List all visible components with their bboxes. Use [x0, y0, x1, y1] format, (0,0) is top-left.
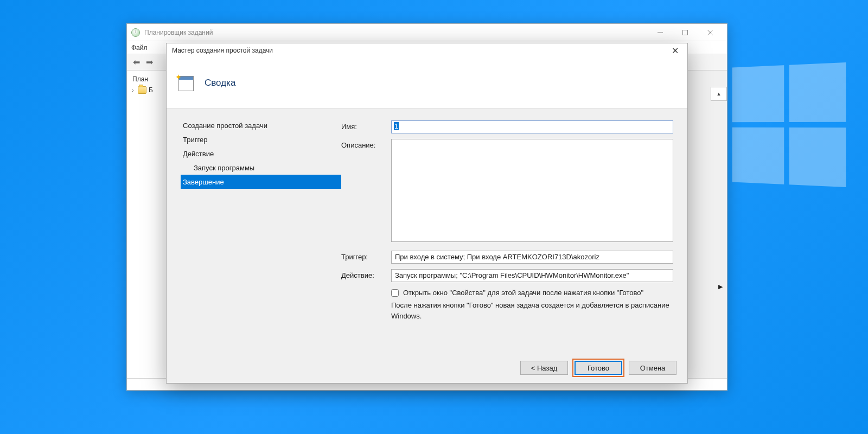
wizard-nav: Создание простой задачи Триггер Действие… [167, 108, 341, 353]
forward-icon[interactable]: ➡ [143, 56, 155, 68]
cancel-button[interactable]: Отмена [629, 361, 676, 375]
nav-step-action[interactable]: Действие [181, 146, 341, 161]
svg-rect-1 [683, 30, 688, 35]
wizard-form: Имя: 1 Описание: Триггер: При входе в си… [341, 108, 688, 353]
folder-icon [138, 86, 146, 94]
wizard-header: ✦ Сводка [167, 58, 687, 108]
windows-logo [732, 62, 846, 187]
description-label: Описание: [341, 139, 391, 242]
collapse-button[interactable] [711, 87, 727, 101]
expand-icon[interactable]: › [130, 87, 136, 93]
name-input[interactable]: 1 [391, 120, 673, 133]
nav-step-trigger[interactable]: Триггер [181, 132, 341, 146]
open-properties-label: Открыть окно "Свойства" для этой задачи … [403, 289, 643, 297]
close-icon[interactable]: ✕ [668, 46, 682, 56]
back-button[interactable]: < Назад [520, 361, 568, 375]
tree-library-label: Б [149, 86, 153, 94]
nav-step-create[interactable]: Создание простой задачи [181, 118, 341, 132]
close-button[interactable] [698, 24, 723, 41]
back-icon[interactable]: ⬅ [130, 56, 142, 68]
task-scheduler-icon [131, 28, 140, 37]
action-label: Действие: [341, 269, 391, 282]
menu-file[interactable]: Файл [131, 44, 148, 52]
right-arrow-icon[interactable]: ▶ [718, 283, 723, 290]
wizard-title-bar[interactable]: Мастер создания простой задачи ✕ [167, 43, 687, 58]
title-bar[interactable]: Планировщик заданий [127, 24, 727, 41]
maximize-button[interactable] [673, 24, 698, 41]
wizard-title: Мастер создания простой задачи [172, 47, 273, 54]
wizard-button-bar: < Назад Готово Отмена [167, 353, 687, 383]
nav-step-finish[interactable]: Завершение [181, 175, 341, 189]
nav-step-start-program[interactable]: Запуск программы [181, 161, 341, 175]
trigger-value: При входе в систему; При входе ARTEMKOZO… [391, 251, 673, 264]
finish-button[interactable]: Готово [575, 361, 622, 375]
open-properties-checkbox[interactable] [391, 289, 399, 297]
description-input[interactable] [391, 139, 673, 242]
action-value: Запуск программы; "C:\Program Files\CPUI… [391, 269, 673, 282]
create-task-wizard: Мастер создания простой задачи ✕ ✦ Сводк… [166, 43, 688, 384]
name-label: Имя: [341, 120, 391, 133]
wizard-icon: ✦ [176, 74, 195, 92]
wizard-heading: Сводка [205, 78, 235, 88]
window-title: Планировщик заданий [144, 29, 648, 36]
wizard-info-text: После нажатия кнопки "Готово" новая зада… [391, 300, 673, 321]
tree-root-label: План [132, 75, 148, 83]
minimize-button[interactable] [648, 24, 673, 41]
trigger-label: Триггер: [341, 251, 391, 264]
